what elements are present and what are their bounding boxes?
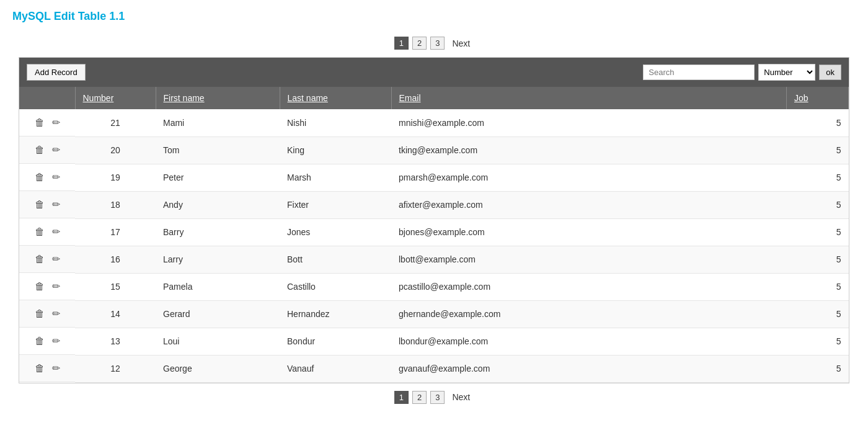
delete-button[interactable]: 🗑 [33,198,46,212]
page-1-bottom[interactable]: 1 [394,391,409,404]
table-row: 🗑✏15PamelaCastillopcastillo@example.com5 [19,273,849,300]
search-column-select[interactable]: Number First name Last name Email Job [758,64,815,81]
table-row: 🗑✏13LouiBondurlbondur@example.com5 [19,328,849,355]
cell-job: 5 [787,218,849,246]
cell-firstname: Mami [156,109,280,136]
delete-button[interactable]: 🗑 [33,143,46,157]
col-header-email[interactable]: Email [391,87,787,109]
cell-number: 20 [75,136,156,164]
cell-job: 5 [787,109,849,136]
cell-firstname: Andy [156,191,280,218]
edit-button[interactable]: ✏ [51,361,61,375]
cell-lastname: Jones [280,218,391,246]
cell-firstname: Loui [156,328,280,355]
row-actions: 🗑✏ [19,246,75,273]
cell-firstname: Tom [156,136,280,164]
table-header-row: Number First name Last name Email Job [19,87,849,109]
row-actions: 🗑✏ [19,136,75,164]
delete-button[interactable]: 🗑 [33,171,46,184]
page-3-top[interactable]: 3 [430,37,445,50]
cell-firstname: Pamela [156,273,280,300]
cell-email: pcastillo@example.com [391,273,787,300]
cell-email: lbott@example.com [391,246,787,273]
cell-number: 18 [75,191,156,218]
cell-email: pmarsh@example.com [391,164,787,191]
app-title: MySQL Edit Table 1.1 [0,0,868,29]
col-header-number[interactable]: Number [75,87,156,109]
col-header-job[interactable]: Job [787,87,849,109]
edit-button[interactable]: ✏ [51,279,61,293]
edit-button[interactable]: ✏ [51,252,61,266]
cell-firstname: Larry [156,246,280,273]
delete-button[interactable]: 🗑 [33,253,46,266]
edit-button[interactable]: ✏ [51,225,61,239]
cell-lastname: Bondur [280,328,391,355]
cell-lastname: Fixter [280,191,391,218]
cell-email: bjones@example.com [391,218,787,246]
cell-lastname: Castillo [280,273,391,300]
delete-button[interactable]: 🗑 [33,362,46,375]
table-row: 🗑✏12GeorgeVanaufgvanauf@example.com5 [19,355,849,382]
toolbar-right: Number First name Last name Email Job ok [643,64,841,81]
table-row: 🗑✏21MamiNishimnishi@example.com5 [19,109,849,136]
cell-number: 14 [75,300,156,328]
next-link-top[interactable]: Next [448,37,474,50]
cell-lastname: Vanauf [280,355,391,382]
delete-button[interactable]: 🗑 [33,280,46,293]
row-actions: 🗑✏ [19,273,75,300]
cell-lastname: King [280,136,391,164]
page-1-top[interactable]: 1 [394,37,409,50]
cell-number: 17 [75,218,156,246]
cell-firstname: George [156,355,280,382]
page-2-bottom[interactable]: 2 [412,391,427,404]
edit-button[interactable]: ✏ [51,334,61,348]
table-row: 🗑✏20TomKingtking@example.com5 [19,136,849,164]
next-link-bottom[interactable]: Next [448,391,474,403]
edit-button[interactable]: ✏ [51,307,61,321]
row-actions: 🗑✏ [19,218,75,246]
cell-job: 5 [787,273,849,300]
delete-button[interactable]: 🗑 [33,225,46,239]
cell-email: mnishi@example.com [391,109,787,136]
toolbar-left: Add Record [27,64,86,81]
col-header-actions [19,87,75,109]
table-row: 🗑✏14GerardHernandezghernande@example.com… [19,300,849,328]
page-2-top[interactable]: 2 [412,37,427,50]
cell-job: 5 [787,355,849,382]
cell-job: 5 [787,246,849,273]
add-record-button[interactable]: Add Record [27,64,86,81]
edit-button[interactable]: ✏ [51,170,61,184]
cell-number: 13 [75,328,156,355]
edit-button[interactable]: ✏ [51,115,61,130]
cell-firstname: Gerard [156,300,280,328]
cell-lastname: Hernandez [280,300,391,328]
pagination-top: 1 2 3 Next [0,29,868,57]
delete-button[interactable]: 🗑 [33,334,46,348]
toolbar: Add Record Number First name Last name E… [19,58,849,87]
delete-button[interactable]: 🗑 [33,307,46,321]
cell-job: 5 [787,164,849,191]
table-container: Add Record Number First name Last name E… [19,57,849,383]
edit-button[interactable]: ✏ [51,197,61,212]
data-table: Number First name Last name Email Job 🗑✏… [19,87,849,383]
cell-email: tking@example.com [391,136,787,164]
row-actions: 🗑✏ [19,191,75,218]
table-row: 🗑✏19PeterMarshpmarsh@example.com5 [19,164,849,191]
row-actions: 🗑✏ [19,164,75,191]
cell-firstname: Peter [156,164,280,191]
cell-number: 12 [75,355,156,382]
cell-lastname: Bott [280,246,391,273]
col-header-lastname[interactable]: Last name [280,87,391,109]
search-input[interactable] [643,65,755,80]
edit-button[interactable]: ✏ [51,143,61,157]
table-body: 🗑✏21MamiNishimnishi@example.com5🗑✏20TomK… [19,109,849,382]
delete-button[interactable]: 🗑 [33,116,46,130]
ok-button[interactable]: ok [819,65,841,80]
page-3-bottom[interactable]: 3 [430,391,445,404]
row-actions: 🗑✏ [19,300,75,328]
cell-email: lbondur@example.com [391,328,787,355]
col-header-firstname[interactable]: First name [156,87,280,109]
cell-number: 15 [75,273,156,300]
cell-job: 5 [787,191,849,218]
cell-number: 21 [75,109,156,136]
